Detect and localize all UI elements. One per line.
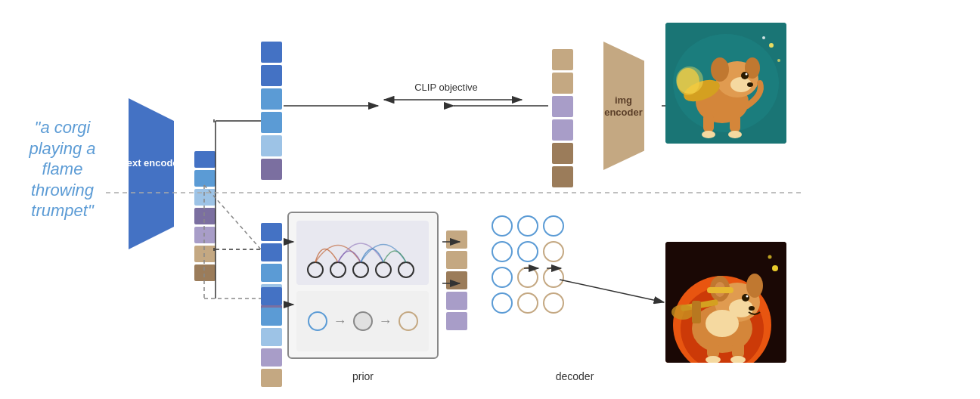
- embed-cell: [261, 264, 282, 282]
- embed-cell: [261, 65, 282, 86]
- svg-rect-17: [730, 113, 740, 132]
- svg-point-15: [762, 36, 765, 39]
- clip-objective-label: CLIP objective: [386, 82, 507, 93]
- embed-cell: [261, 308, 282, 326]
- embed-cell: [552, 73, 573, 94]
- embed-cell: [261, 112, 282, 133]
- svg-point-23: [376, 262, 391, 277]
- embed-cell: [261, 42, 282, 63]
- svg-point-40: [671, 305, 694, 320]
- decoder-circle: [492, 292, 513, 314]
- prior-label: prior: [333, 370, 393, 382]
- svg-point-35: [742, 294, 749, 302]
- decoder-circle: [543, 267, 564, 288]
- embed-cell: [552, 96, 573, 117]
- embed-cell: [261, 135, 282, 156]
- embed-cell: [446, 292, 467, 310]
- small-embed-vector: [194, 151, 216, 281]
- embed-cell: [194, 227, 216, 243]
- output-embed-prior: [446, 230, 467, 330]
- svg-point-14: [777, 59, 780, 62]
- embed-cell: [552, 166, 573, 187]
- svg-point-37: [749, 306, 755, 311]
- embed-cell: [194, 264, 216, 281]
- svg-rect-39: [707, 287, 733, 293]
- img-embed-vector: [552, 49, 573, 187]
- top-embed-vector: [261, 42, 282, 180]
- decoder-label: decoder: [544, 370, 605, 382]
- embed-cell: [446, 312, 467, 330]
- svg-point-43: [768, 255, 772, 259]
- svg-point-42: [772, 265, 778, 271]
- embed-cell: [261, 328, 282, 346]
- decoder-circle: [517, 267, 538, 288]
- svg-rect-16: [703, 113, 714, 132]
- svg-point-20: [308, 262, 323, 277]
- svg-rect-44: [707, 342, 719, 358]
- embed-cell: [552, 143, 573, 164]
- img-encoder-label: img encoder: [595, 94, 652, 118]
- decoder-grid: [492, 215, 564, 314]
- svg-rect-45: [732, 342, 744, 358]
- decoder-circle: [517, 215, 538, 237]
- embed-cell: [446, 271, 467, 289]
- svg-point-33: [746, 274, 763, 298]
- decoder-circle: [492, 267, 513, 288]
- embed-cell: [261, 287, 282, 305]
- text-quote-label: "a corgi playing a flame throwing trumpe…: [23, 117, 102, 221]
- decoder-circle: [492, 241, 513, 262]
- embed-cell: [194, 189, 216, 206]
- embed-cell: [261, 369, 282, 387]
- corgi-image-top: [665, 23, 786, 144]
- decoder-circle: [543, 241, 564, 262]
- embed-cell: [261, 159, 282, 180]
- bottom-embed-vector-bottom: [261, 287, 282, 387]
- embed-cell: [446, 251, 467, 269]
- svg-point-8: [746, 73, 748, 76]
- decoder-circle: [543, 292, 564, 314]
- embed-cell: [194, 151, 216, 168]
- embed-cell: [552, 119, 573, 141]
- decoder-circle: [517, 292, 538, 314]
- svg-rect-41: [692, 301, 701, 323]
- svg-point-9: [747, 82, 753, 87]
- svg-point-12: [676, 66, 703, 94]
- svg-line-65: [560, 280, 664, 302]
- prior-box: → →: [287, 212, 439, 359]
- svg-point-22: [353, 262, 368, 277]
- svg-point-36: [746, 295, 749, 298]
- text-encoder-label: text encoder: [122, 157, 183, 169]
- svg-point-4: [711, 57, 729, 82]
- svg-point-18: [702, 131, 715, 138]
- svg-point-19: [728, 131, 742, 138]
- embed-cell: [261, 348, 282, 367]
- embed-cell: [552, 49, 573, 70]
- svg-point-21: [330, 262, 346, 277]
- text-encoder-shape: [113, 98, 189, 249]
- embed-cell: [261, 243, 282, 261]
- embed-cell: [261, 223, 282, 241]
- decoder-circle: [517, 241, 538, 262]
- embed-cell: [194, 246, 216, 262]
- embed-cell: [446, 230, 467, 249]
- embed-cell: [194, 208, 216, 224]
- svg-point-24: [399, 262, 414, 277]
- decoder-circle: [492, 215, 513, 237]
- decoder-circle: [543, 215, 564, 237]
- embed-cell: [194, 170, 216, 187]
- svg-point-7: [741, 72, 749, 79]
- diagram-container: "a corgi playing a flame throwing trumpe…: [0, 0, 980, 399]
- embed-cell: [261, 88, 282, 110]
- svg-point-13: [769, 43, 774, 48]
- corgi-image-bottom: [665, 242, 786, 363]
